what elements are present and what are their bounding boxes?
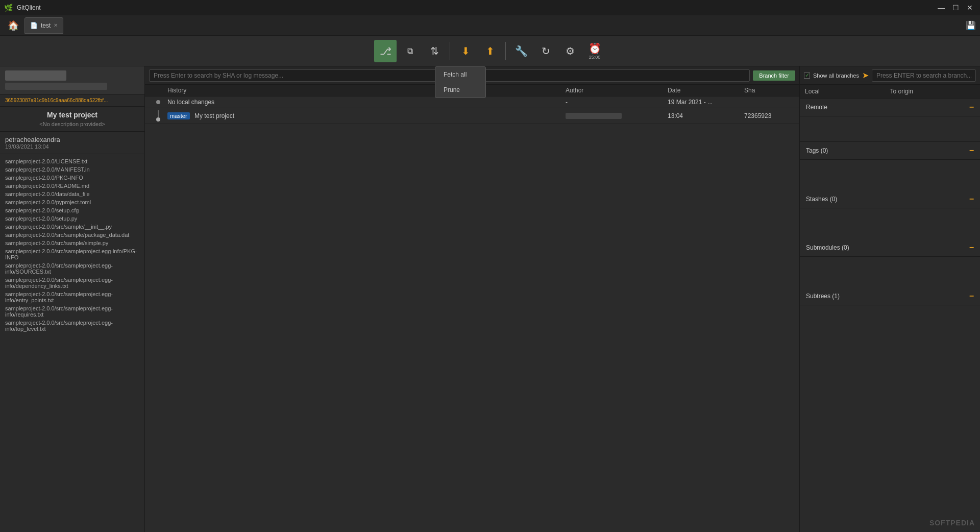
list-item[interactable]: sampleproject-2.0.0/src/sample/simple.py (0, 239, 144, 247)
tab-file-icon: 📄 (30, 22, 38, 29)
row-sha: 72365923 (744, 112, 795, 119)
right-search-bar: Show all branches ➤ (800, 66, 980, 85)
list-item[interactable]: sampleproject-2.0.0/src/sampleproject.eg… (0, 261, 144, 276)
row-date: 19 Mar 2021 - ... (668, 99, 744, 106)
tags-section-header[interactable]: Tags (0) − (800, 142, 980, 160)
home-tab[interactable]: 🏠 (4, 16, 22, 35)
stashes-collapse-icon[interactable]: − (969, 195, 974, 204)
header-sha: Sha (744, 87, 795, 94)
timer-icon: ⏰ (589, 42, 601, 55)
minimize-button[interactable]: — (935, 2, 947, 14)
list-item[interactable]: sampleproject-2.0.0/setup.py (0, 214, 144, 223)
merge-button[interactable]: ⇅ (423, 40, 446, 62)
project-description: <No description provided> (0, 121, 144, 132)
list-item[interactable]: sampleproject-2.0.0/src/sample/__init__.… (0, 223, 144, 231)
list-item[interactable]: sampleproject-2.0.0/pyproject.toml (0, 198, 144, 206)
stashes-section-header[interactable]: Stashes (0) − (800, 190, 980, 208)
maximize-button[interactable]: ☐ (949, 2, 962, 14)
subtrees-collapse-icon[interactable]: − (969, 292, 974, 301)
push-button[interactable]: ⬆ (479, 40, 501, 62)
row-date: 13:04 (668, 112, 744, 119)
list-item[interactable]: sampleproject-2.0.0/setup.cfg (0, 206, 144, 214)
row-author (566, 113, 668, 119)
center-area: Branch filter History Author Date Sha No… (145, 66, 799, 532)
separator-2 (505, 42, 506, 60)
tab-label: test (41, 22, 51, 29)
branches-header: Local To origin (800, 85, 980, 99)
author-info: petrachealexandra 19/03/2021 13:04 (0, 132, 144, 154)
watermark: SOFTPEDIA (800, 514, 980, 532)
list-item[interactable]: sampleproject-2.0.0/README.md (0, 182, 144, 190)
fetch-dropdown: Fetch all Prune (435, 66, 486, 98)
avatar-sub-placeholder (5, 83, 107, 90)
tab-close-button[interactable]: ✕ (54, 22, 58, 28)
app-title: GitQlient (17, 4, 41, 11)
row-graph (149, 100, 167, 104)
fetch-button[interactable]: ⬇ (454, 40, 477, 62)
tags-collapse-icon[interactable]: − (969, 146, 974, 155)
commit-line (158, 110, 159, 117)
local-header: Local (805, 88, 890, 95)
show-all-label: Show all branches (813, 72, 859, 79)
list-item[interactable]: sampleproject-2.0.0/src/sampleproject.eg… (0, 276, 144, 290)
list-item[interactable]: sampleproject-2.0.0/LICENSE.txt (0, 157, 144, 165)
header-date: Date (668, 87, 744, 94)
repo-tab[interactable]: 📄 test ✕ (24, 17, 63, 34)
row-message: master My test project (167, 112, 566, 119)
submodules-section-header[interactable]: Submodules (0) − (800, 239, 980, 257)
stashes-label: Stashes (0) (806, 196, 837, 203)
author-date: 19/03/2021 13:04 (5, 143, 139, 150)
subtrees-content (800, 305, 980, 336)
list-item[interactable]: sampleproject-2.0.0/PKG-INFO (0, 174, 144, 182)
sidebar-header (0, 66, 144, 94)
author-name: petrachealexandra (5, 136, 139, 143)
submodules-label: Submodules (0) (806, 244, 849, 251)
tags-label: Tags (0) (806, 147, 828, 154)
refresh-button[interactable]: ↻ (534, 40, 557, 62)
app-icon: 🌿 (4, 4, 13, 12)
commit-dot (156, 117, 160, 122)
right-sidebar: Show all branches ➤ Local To origin Remo… (799, 66, 980, 532)
list-item[interactable]: sampleproject-2.0.0/MANIFEST.in (0, 165, 144, 174)
list-item[interactable]: sampleproject-2.0.0/src/sample/package_d… (0, 231, 144, 239)
subtrees-section-header[interactable]: Subtrees (1) − (800, 287, 980, 305)
list-item[interactable]: sampleproject-2.0.0/src/sampleproject.eg… (0, 290, 144, 304)
submodules-collapse-icon[interactable]: − (969, 243, 974, 252)
author-avatar (566, 113, 622, 119)
subtrees-label: Subtrees (1) (806, 293, 840, 300)
stashes-content (800, 208, 980, 239)
diff-button[interactable]: ⧉ (399, 40, 421, 62)
branch-arrow-icon[interactable]: ➤ (862, 70, 869, 80)
to-origin-header: To origin (890, 88, 975, 95)
list-item[interactable]: sampleproject-2.0.0/src/sampleproject.eg… (0, 319, 144, 333)
config-button[interactable]: ⚙ (559, 40, 581, 62)
remote-section-header[interactable]: Remote − (800, 99, 980, 116)
toolbar: ⎇ ⧉ ⇅ ⬇ Fetch all Prune ⬆ 🔧 ↻ ⚙ ⏰ 25:00 (0, 36, 980, 66)
row-message: No local changes (167, 99, 566, 106)
list-item[interactable]: sampleproject-2.0.0/src/sampleproject.eg… (0, 247, 144, 261)
timer-button[interactable]: ⏰ 25:00 (583, 40, 606, 62)
branch-button[interactable]: ⎇ (374, 40, 397, 62)
list-item[interactable]: sampleproject-2.0.0/data/data_file (0, 190, 144, 198)
header-dot (149, 87, 167, 94)
file-list: sampleproject-2.0.0/LICENSE.txtsamplepro… (0, 154, 144, 336)
fetch-all-item[interactable]: Fetch all (435, 67, 485, 82)
window-controls: — ☐ ✕ (935, 2, 976, 14)
separator-1 (450, 42, 450, 60)
close-button[interactable]: ✕ (964, 2, 976, 14)
remote-collapse-icon[interactable]: − (969, 103, 974, 112)
show-all-checkbox[interactable] (804, 72, 810, 79)
submodules-content (800, 257, 980, 287)
fetch-container: ⬇ Fetch all Prune (454, 40, 477, 62)
list-item[interactable]: sampleproject-2.0.0/src/sampleproject.eg… (0, 304, 144, 319)
header-author: Author (566, 87, 668, 94)
history-row[interactable]: master My test project 13:04 72365923 (145, 108, 799, 124)
header-history: History (167, 87, 566, 94)
settings-button[interactable]: 🔧 (510, 40, 532, 62)
branch-filter-btn[interactable]: Branch filter (753, 70, 795, 81)
history-row[interactable]: No local changes - 19 Mar 2021 - ... (145, 96, 799, 108)
branch-search-input[interactable] (872, 69, 976, 82)
prune-item[interactable]: Prune (435, 82, 485, 98)
left-sidebar: 365923087a91c9b16c9aaa66c888da522fbf... … (0, 66, 145, 532)
save-layout-icon[interactable]: 💾 (966, 20, 976, 30)
